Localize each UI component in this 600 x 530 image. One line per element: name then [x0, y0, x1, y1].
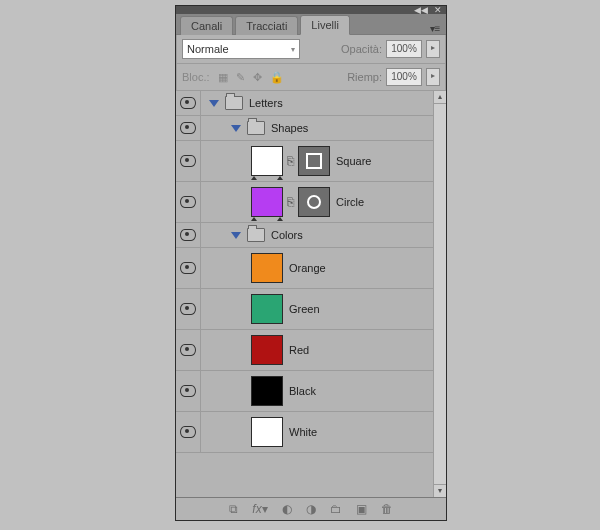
layer-thumbnail[interactable]	[251, 294, 283, 324]
eye-icon	[180, 122, 196, 134]
blend-mode-dropdown[interactable]: Normale ▾	[182, 39, 300, 59]
lock-position-icon[interactable]: ✥	[253, 71, 262, 84]
new-group-icon[interactable]: 🗀	[330, 502, 342, 516]
layers-panel: ◀◀ ✕ Canali Tracciati Livelli ▾≡ Normale…	[175, 5, 447, 521]
visibility-toggle[interactable]	[176, 289, 201, 329]
layer-thumbnail[interactable]	[251, 335, 283, 365]
eye-icon	[180, 385, 196, 397]
vector-mask-thumbnail[interactable]	[298, 146, 330, 176]
folder-icon	[247, 228, 265, 242]
layer-label: Orange	[289, 262, 326, 274]
layer-label: Letters	[249, 97, 283, 109]
layer-effects-icon[interactable]: fx▾	[252, 502, 267, 516]
adjustment-layer-icon[interactable]: ◑	[306, 502, 316, 516]
layer-white[interactable]: White	[176, 412, 434, 453]
layer-thumbnail[interactable]	[251, 253, 283, 283]
group-letters[interactable]: Letters	[176, 91, 434, 116]
eye-icon	[180, 196, 196, 208]
panel-tabs: Canali Tracciati Livelli ▾≡	[176, 14, 446, 35]
lock-transparency-icon[interactable]: ▦	[218, 71, 228, 84]
fill-label: Riemp:	[347, 71, 382, 83]
lock-pixels-icon[interactable]: ✎	[236, 71, 245, 84]
opacity-label: Opacità:	[341, 43, 382, 55]
close-icon[interactable]: ✕	[434, 6, 442, 14]
layer-label: Red	[289, 344, 309, 356]
empty-layers-area	[176, 453, 434, 497]
layer-green[interactable]: Green	[176, 289, 434, 330]
visibility-toggle[interactable]	[176, 248, 201, 288]
layer-orange[interactable]: Orange	[176, 248, 434, 289]
blend-opacity-row: Normale ▾ Opacità: 100% ▸	[176, 35, 446, 64]
eye-icon	[180, 229, 196, 241]
layer-label: Circle	[336, 196, 364, 208]
layer-circle[interactable]: ⎘ Circle	[176, 182, 434, 223]
visibility-toggle[interactable]	[176, 116, 201, 140]
visibility-toggle[interactable]	[176, 330, 201, 370]
folder-icon	[225, 96, 243, 110]
disclosure-triangle-icon[interactable]	[231, 125, 241, 132]
visibility-toggle[interactable]	[176, 223, 201, 247]
fill-value[interactable]: 100%	[386, 68, 422, 86]
new-layer-icon[interactable]: ▣	[356, 502, 367, 516]
eye-icon	[180, 262, 196, 274]
collapse-icon[interactable]: ◀◀	[414, 6, 428, 14]
panel-drag-bar[interactable]: ◀◀ ✕	[176, 6, 446, 14]
vector-mask-thumbnail[interactable]	[298, 187, 330, 217]
layer-black[interactable]: Black	[176, 371, 434, 412]
delete-layer-icon[interactable]: 🗑	[381, 502, 393, 516]
layer-square[interactable]: ⎘ Square	[176, 141, 434, 182]
layer-thumbnail[interactable]	[251, 417, 283, 447]
tab-tracciati[interactable]: Tracciati	[235, 16, 298, 35]
folder-icon	[247, 121, 265, 135]
layers-bottom-toolbar: ⧉ fx▾ ◐ ◑ 🗀 ▣ 🗑	[176, 497, 446, 520]
fill-slider-button[interactable]: ▸	[426, 68, 440, 86]
layer-label: Black	[289, 385, 316, 397]
lock-label: Bloc.:	[182, 71, 210, 83]
visibility-toggle[interactable]	[176, 91, 201, 115]
tab-canali[interactable]: Canali	[180, 16, 233, 35]
layer-label: White	[289, 426, 317, 438]
layer-thumbnail[interactable]	[251, 376, 283, 406]
layer-label: Green	[289, 303, 320, 315]
layer-thumbnail[interactable]	[251, 146, 283, 176]
layer-red[interactable]: Red	[176, 330, 434, 371]
chevron-down-icon: ▾	[291, 45, 295, 54]
visibility-toggle[interactable]	[176, 412, 201, 452]
opacity-value[interactable]: 100%	[386, 40, 422, 58]
eye-icon	[180, 426, 196, 438]
eye-icon	[180, 97, 196, 109]
lock-all-icon[interactable]: 🔒	[270, 71, 284, 84]
tab-livelli[interactable]: Livelli	[300, 15, 350, 35]
visibility-toggle[interactable]	[176, 141, 201, 181]
opacity-slider-button[interactable]: ▸	[426, 40, 440, 58]
mask-link-icon[interactable]: ⎘	[287, 154, 294, 168]
layers-list-container: Letters Shapes ⎘	[176, 91, 446, 497]
group-colors[interactable]: Colors	[176, 223, 434, 248]
scroll-up-icon[interactable]: ▴	[434, 91, 446, 104]
visibility-toggle[interactable]	[176, 371, 201, 411]
layer-label: Shapes	[271, 122, 308, 134]
visibility-toggle[interactable]	[176, 182, 201, 222]
group-shapes[interactable]: Shapes	[176, 116, 434, 141]
link-layers-icon[interactable]: ⧉	[229, 502, 238, 516]
layer-label: Square	[336, 155, 371, 167]
scroll-down-icon[interactable]: ▾	[434, 484, 446, 497]
blend-mode-value: Normale	[187, 43, 229, 55]
layer-label: Colors	[271, 229, 303, 241]
layer-thumbnail[interactable]	[251, 187, 283, 217]
layers-scrollbar[interactable]: ▴ ▾	[433, 91, 446, 497]
mask-link-icon[interactable]: ⎘	[287, 195, 294, 209]
panel-menu-icon[interactable]: ▾≡	[427, 20, 446, 34]
eye-icon	[180, 155, 196, 167]
layer-mask-icon[interactable]: ◐	[282, 502, 292, 516]
disclosure-triangle-icon[interactable]	[209, 100, 219, 107]
disclosure-triangle-icon[interactable]	[231, 232, 241, 239]
eye-icon	[180, 344, 196, 356]
lock-fill-row: Bloc.: ▦ ✎ ✥ 🔒 Riemp: 100% ▸	[176, 64, 446, 91]
eye-icon	[180, 303, 196, 315]
